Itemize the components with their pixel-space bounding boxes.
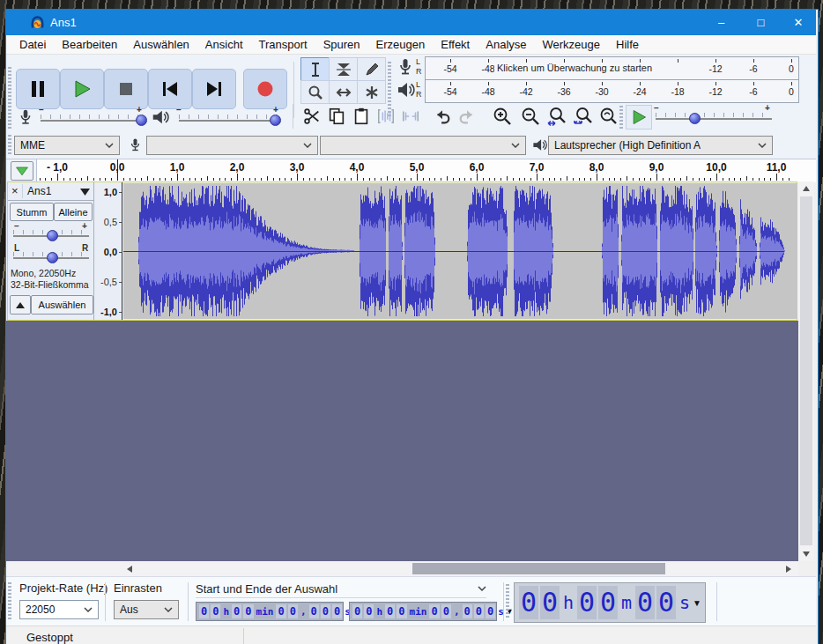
menu-item[interactable]: Erzeugen — [368, 38, 434, 51]
skip-to-start-button[interactable] — [148, 69, 192, 109]
copy-button[interactable] — [324, 105, 349, 128]
zoom-tool-button[interactable] — [300, 80, 330, 104]
timeline-tick — [513, 178, 514, 181]
zoom-fit-button[interactable] — [571, 105, 596, 128]
stop-button[interactable] — [104, 69, 148, 109]
play-volume-slider-thumb[interactable] — [270, 115, 281, 126]
envelope-tool-button[interactable] — [329, 57, 358, 81]
track-pan-slider-thumb[interactable] — [47, 252, 58, 263]
audio-position-display[interactable]: 00h00m00s▼ — [514, 582, 706, 623]
time-toolbar-grip[interactable] — [506, 584, 509, 619]
menu-item[interactable]: Analyse — [478, 38, 534, 51]
selection-start-time[interactable]: 00h00min00,000s▼ — [196, 602, 344, 621]
chevron-down-icon[interactable]: ▼ — [693, 598, 701, 608]
playback-device-select[interactable]: Lautsprecher (High Definition A — [548, 136, 773, 155]
recording-channels-select[interactable] — [320, 136, 526, 155]
menu-item[interactable]: Ansicht — [197, 38, 251, 51]
zoom-selection-button[interactable] — [545, 105, 569, 128]
waveform-canvas[interactable] — [123, 183, 797, 319]
zoom-toggle-button[interactable] — [596, 105, 620, 128]
record-meter-mic-button[interactable] — [395, 56, 416, 78]
menu-item[interactable]: Hilfe — [608, 38, 647, 51]
position-digit[interactable]: 0 — [656, 586, 676, 619]
position-digit[interactable]: 0 — [635, 586, 655, 619]
menu-item[interactable]: Transport — [251, 38, 315, 51]
scroll-left-button[interactable] — [122, 561, 137, 576]
play-at-speed-toolbar-grip[interactable] — [619, 106, 623, 129]
audio-host-select[interactable]: MME — [14, 136, 120, 155]
timeline-ruler[interactable]: - 1,00,01,02,03,04,05,06,07,08,09,010,01… — [36, 159, 797, 182]
track-mute-button[interactable]: Stumm — [10, 203, 54, 221]
selection-tool-button[interactable] — [300, 57, 330, 81]
silence-audio-button[interactable] — [398, 105, 423, 128]
track-name[interactable]: Ans1 — [27, 185, 51, 197]
pause-button[interactable] — [16, 69, 60, 109]
trim-audio-button[interactable] — [374, 105, 398, 128]
horizontal-scrollbar[interactable] — [6, 561, 798, 576]
cut-button[interactable] — [300, 105, 324, 128]
empty-track-area[interactable] — [6, 321, 798, 561]
record-meter[interactable]: -54-48-12-60Klicken um Überwachung zu st… — [425, 56, 799, 80]
multi-tool-button[interactable] — [357, 80, 386, 104]
time-unit: h — [376, 606, 382, 618]
scroll-right-button[interactable] — [781, 561, 796, 576]
undo-button[interactable] — [430, 105, 455, 128]
waveform-area[interactable] — [122, 182, 798, 320]
pencil-icon — [364, 62, 380, 78]
vertical-scrollbar[interactable] — [798, 181, 814, 561]
record-volume-slider[interactable] — [41, 115, 145, 127]
position-digit[interactable]: 0 — [540, 586, 560, 619]
track-close-button[interactable]: × — [11, 184, 19, 197]
timeline-tick — [609, 178, 610, 181]
selection-end-time[interactable]: 00h00min00,000s▼ — [349, 602, 497, 621]
timeline-tick — [135, 178, 136, 181]
draw-tool-button[interactable] — [357, 57, 386, 81]
position-digit[interactable]: 0 — [598, 586, 618, 619]
track-pan-slider[interactable] — [13, 252, 89, 263]
zoom-out-button[interactable] — [518, 105, 543, 128]
horizontal-scrollbar-thumb[interactable] — [412, 563, 665, 574]
track-collapse-button[interactable] — [10, 295, 31, 315]
skip-to-end-button[interactable] — [192, 69, 236, 109]
position-digit[interactable]: 0 — [519, 586, 538, 619]
title-bar[interactable]: Ans1 – □ ✕ — [6, 10, 816, 35]
play-volume-slider[interactable] — [179, 115, 279, 127]
menu-item[interactable]: Werkzeuge — [535, 38, 609, 51]
meter-tick — [678, 59, 678, 63]
minimize-button[interactable]: – — [701, 10, 741, 35]
mixer-toolbar-grip[interactable] — [8, 106, 11, 129]
position-digit[interactable]: 0 — [577, 586, 597, 619]
time-shift-tool-button[interactable] — [329, 80, 358, 104]
menu-item[interactable]: Bearbeiten — [54, 38, 125, 51]
scroll-up-button[interactable] — [798, 181, 814, 196]
snap-to-select[interactable]: Aus — [114, 600, 179, 619]
vertical-scrollbar-thumb[interactable] — [800, 196, 812, 545]
zoom-in-button[interactable] — [490, 105, 515, 128]
play-speed-slider-thumb[interactable] — [689, 113, 701, 124]
play-at-speed-button[interactable] — [626, 105, 652, 130]
close-button[interactable]: ✕ — [781, 10, 816, 35]
play-meter[interactable]: -54-48-42-36-30-24-18-12-60 — [425, 79, 799, 103]
record-button[interactable] — [243, 69, 287, 109]
recording-device-select[interactable] — [146, 136, 318, 155]
project-rate-select[interactable]: 22050 — [19, 600, 99, 619]
menu-item[interactable]: Spuren — [315, 38, 368, 51]
paste-button[interactable] — [349, 105, 374, 128]
play-meter-speaker-button[interactable] — [395, 79, 416, 100]
play-speed-slider[interactable] — [656, 113, 772, 125]
track-gain-slider-thumb[interactable] — [47, 230, 58, 241]
selection-toolbar-grip[interactable] — [8, 582, 11, 621]
menu-item[interactable]: Datei — [11, 38, 54, 51]
timeline-quickplay-button[interactable] — [11, 161, 33, 181]
play-button[interactable] — [60, 69, 104, 109]
menu-item[interactable]: Effekt — [433, 38, 478, 51]
menu-item[interactable]: Auswählen — [125, 38, 197, 51]
maximize-button[interactable]: □ — [741, 10, 781, 35]
record-volume-slider-thumb[interactable] — [136, 115, 147, 126]
device-toolbar-grip[interactable] — [8, 135, 11, 156]
selection-range-select[interactable]: Start und Ende der Auswahl — [196, 580, 486, 598]
scroll-down-button[interactable] — [798, 547, 814, 561]
desktop: Ans1 – □ ✕ DateiBearbeitenAuswählenAnsic… — [0, 0, 823, 644]
redo-button[interactable] — [455, 105, 479, 128]
track-gain-slider[interactable] — [13, 230, 89, 241]
